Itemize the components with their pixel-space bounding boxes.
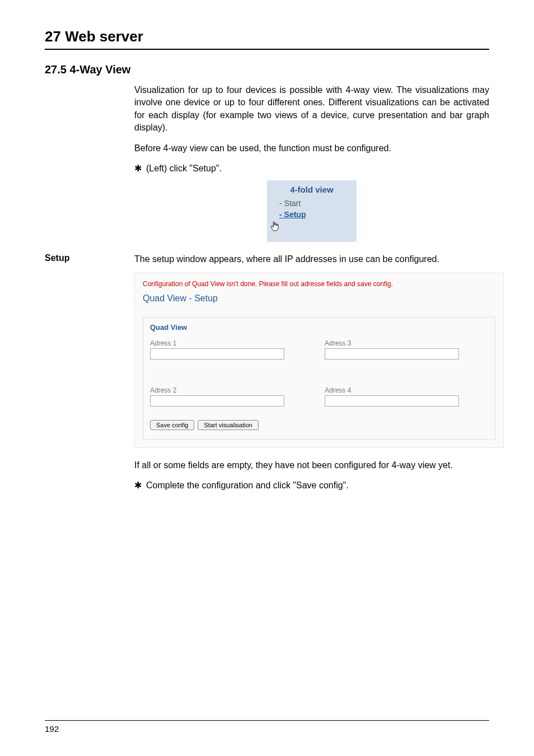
address-3-label: Adress 3: [325, 339, 488, 347]
intro-paragraph: Visualization for up to four devices is …: [134, 84, 489, 134]
nav-item-setup-label: - Setup: [279, 210, 306, 219]
start-visualisation-button[interactable]: Start visualisation: [198, 420, 258, 430]
address-1-label: Adress 1: [150, 339, 313, 347]
step-click-setup: ✱ (Left) click "Setup".: [134, 162, 489, 175]
section-title: 27.5 4-Way View: [45, 63, 489, 76]
chapter-title: 27 Web server: [45, 28, 489, 45]
pre-config-paragraph: Before 4-way view can be used, the funct…: [134, 142, 489, 155]
chapter-rule: [45, 49, 489, 50]
address-2-label: Adress 2: [150, 386, 313, 394]
config-warning: Configuration of Quad View isn't done. P…: [143, 280, 495, 288]
post-fields-paragraph: If all or some fields are empty, they ha…: [134, 459, 489, 472]
quad-view-setup-panel: Configuration of Quad View isn't done. P…: [134, 273, 504, 448]
setup-side-label: Setup: [45, 253, 134, 263]
save-config-button[interactable]: Save config: [150, 420, 194, 430]
address-4-label: Adress 4: [325, 386, 488, 394]
hand-cursor-icon: [269, 220, 282, 232]
page-footer: 192: [45, 720, 489, 734]
setup-intro-text: The setup window appears, where all IP a…: [134, 253, 439, 265]
quad-inner-title: Quad View: [150, 323, 488, 332]
footer-rule: [45, 720, 489, 721]
address-4-input[interactable]: [325, 395, 459, 407]
address-2-input[interactable]: [150, 395, 284, 407]
asterisk-icon: ✱: [134, 162, 142, 175]
asterisk-icon: ✱: [134, 479, 142, 492]
nav-item-setup[interactable]: - Setup: [279, 210, 349, 233]
nav-box-figure: 4-fold view - Start - Setup: [267, 180, 357, 242]
address-1-input[interactable]: [150, 348, 284, 360]
quad-inner-panel: Quad View Adress 1 Adress 2 Adress 3: [143, 317, 495, 440]
nav-item-start[interactable]: - Start: [279, 199, 349, 208]
step-save-config: ✱ Complete the configuration and click "…: [134, 479, 489, 492]
address-3-input[interactable]: [325, 348, 459, 360]
page-number: 192: [45, 724, 489, 734]
quad-panel-title: Quad View - Setup: [143, 293, 495, 304]
nav-box-title: 4-fold view: [275, 185, 349, 194]
step-click-setup-text: (Left) click "Setup".: [146, 162, 222, 175]
step-save-config-text: Complete the configuration and click "Sa…: [146, 479, 349, 492]
